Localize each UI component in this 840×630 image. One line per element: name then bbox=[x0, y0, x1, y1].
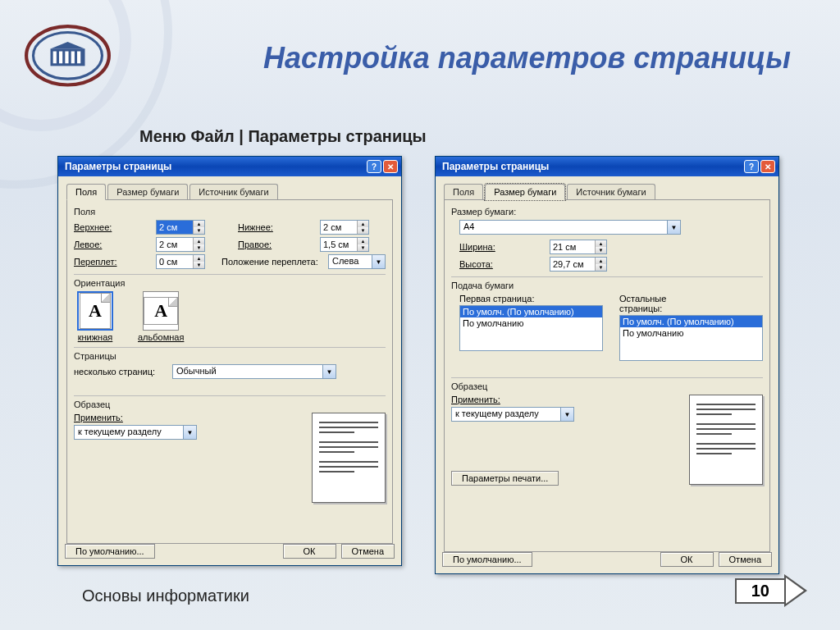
titlebar[interactable]: Параметры страницы ? ✕ bbox=[436, 157, 778, 176]
dialog-title: Параметры страницы bbox=[65, 161, 171, 172]
dialog-title: Параметры страницы bbox=[442, 161, 549, 172]
svg-rect-7 bbox=[77, 52, 80, 64]
chevron-down-icon[interactable]: ▼ bbox=[560, 408, 573, 421]
spin-up-icon[interactable]: ▲ bbox=[193, 221, 204, 227]
gutter-pos-combo[interactable]: Слева ▼ bbox=[328, 254, 386, 269]
page-number-arrow: 10 bbox=[735, 574, 807, 607]
footer: Основы информатики bbox=[82, 587, 249, 605]
sample-group-label: Образец bbox=[74, 399, 386, 409]
first-page-label: Первая страница: bbox=[459, 294, 541, 304]
bottom-spinner[interactable]: ▲▼ bbox=[320, 220, 369, 235]
apply-label: Применить: bbox=[74, 413, 156, 422]
orientation-landscape[interactable]: A альбомная bbox=[138, 291, 184, 342]
tab-paper-size[interactable]: Размер бумаги bbox=[107, 184, 188, 200]
help-button[interactable]: ? bbox=[744, 160, 759, 173]
close-button[interactable]: ✕ bbox=[760, 160, 775, 173]
cancel-button[interactable]: Отмена bbox=[719, 552, 772, 567]
other-pages-label: Остальные страницы: bbox=[619, 294, 701, 313]
ok-button[interactable]: ОК bbox=[660, 552, 714, 567]
cancel-button[interactable]: Отмена bbox=[341, 544, 395, 559]
first-page-list[interactable]: По умолч. (По умолчанию) По умолчанию bbox=[459, 305, 603, 351]
chevron-down-icon[interactable]: ▼ bbox=[667, 221, 680, 234]
help-button[interactable]: ? bbox=[367, 160, 381, 173]
apply-combo[interactable]: к текущему разделу ▼ bbox=[451, 407, 574, 422]
other-pages-list[interactable]: По умолч. (По умолчанию) По умолчанию bbox=[619, 315, 763, 361]
tab-paper-size[interactable]: Размер бумаги bbox=[485, 184, 565, 200]
svg-rect-5 bbox=[65, 52, 68, 64]
svg-rect-4 bbox=[59, 52, 62, 64]
logo bbox=[25, 25, 111, 86]
chevron-down-icon[interactable]: ▼ bbox=[183, 426, 196, 439]
tab-paper-source[interactable]: Источник бумаги bbox=[567, 184, 655, 200]
titlebar[interactable]: Параметры страницы ? ✕ bbox=[58, 157, 401, 176]
width-label: Ширина: bbox=[459, 242, 550, 252]
sample-preview bbox=[312, 413, 386, 503]
feed-group-label: Подача бумаги bbox=[451, 281, 763, 290]
default-button[interactable]: По умолчанию... bbox=[442, 552, 532, 567]
arrow-icon bbox=[784, 574, 807, 607]
gutter-spinner[interactable]: ▲▼ bbox=[156, 254, 205, 269]
tab-fields[interactable]: Поля bbox=[444, 184, 483, 200]
gutter-pos-label: Положение переплета: bbox=[221, 257, 328, 267]
gutter-label: Переплет: bbox=[74, 257, 156, 267]
tab-paper-source[interactable]: Источник бумаги bbox=[189, 184, 277, 200]
slide-title: Настройка параметров страницы bbox=[139, 41, 791, 75]
top-spinner[interactable]: ▲▼ bbox=[156, 220, 205, 235]
orientation-group-label: Ориентация bbox=[74, 278, 386, 288]
left-label: Левое: bbox=[74, 240, 156, 249]
ok-button[interactable]: ОК bbox=[283, 544, 336, 559]
default-button[interactable]: По умолчанию... bbox=[65, 544, 155, 559]
right-label: Правое: bbox=[238, 240, 320, 249]
height-spinner[interactable]: ▲▼ bbox=[550, 257, 607, 272]
left-spinner[interactable]: ▲▼ bbox=[156, 237, 205, 252]
svg-rect-6 bbox=[71, 52, 75, 64]
chevron-down-icon[interactable]: ▼ bbox=[322, 365, 336, 378]
bottom-label: Нижнее: bbox=[238, 222, 320, 232]
paper-size-label: Размер бумаги: bbox=[451, 207, 763, 217]
multipage-label: несколько страниц: bbox=[74, 367, 172, 377]
spin-down-icon[interactable]: ▼ bbox=[193, 227, 204, 234]
svg-rect-3 bbox=[53, 52, 57, 64]
width-spinner[interactable]: ▲▼ bbox=[550, 240, 607, 254]
top-label: Верхнее: bbox=[74, 222, 156, 232]
sample-preview bbox=[689, 395, 763, 485]
close-button[interactable]: ✕ bbox=[383, 160, 398, 173]
fields-group-label: Поля bbox=[74, 207, 386, 217]
apply-label: Применить: bbox=[451, 395, 533, 404]
paper-size-combo[interactable]: A4 ▼ bbox=[459, 220, 681, 235]
apply-combo[interactable]: к текущему разделу ▼ bbox=[74, 425, 197, 440]
menu-path: Меню Файл | Параметры страницы bbox=[139, 127, 427, 146]
tab-fields[interactable]: Поля bbox=[66, 184, 106, 200]
multipage-combo[interactable]: Обычный ▼ bbox=[172, 364, 336, 379]
height-label: Высота: bbox=[459, 259, 550, 269]
page-setup-dialog-fields: Параметры страницы ? ✕ Поля Размер бумаг… bbox=[57, 156, 402, 566]
print-options-button[interactable]: Параметры печати... bbox=[451, 471, 559, 486]
svg-marker-8 bbox=[50, 42, 84, 48]
page-number: 10 bbox=[735, 578, 786, 604]
sample-group-label: Образец bbox=[451, 381, 763, 391]
orientation-portrait[interactable]: A книжная bbox=[77, 291, 113, 342]
page-setup-dialog-paper: Параметры страницы ? ✕ Поля Размер бумаг… bbox=[435, 156, 779, 574]
chevron-down-icon[interactable]: ▼ bbox=[372, 255, 385, 268]
pages-group-label: Страницы bbox=[74, 351, 386, 361]
right-spinner[interactable]: ▲▼ bbox=[320, 237, 369, 252]
